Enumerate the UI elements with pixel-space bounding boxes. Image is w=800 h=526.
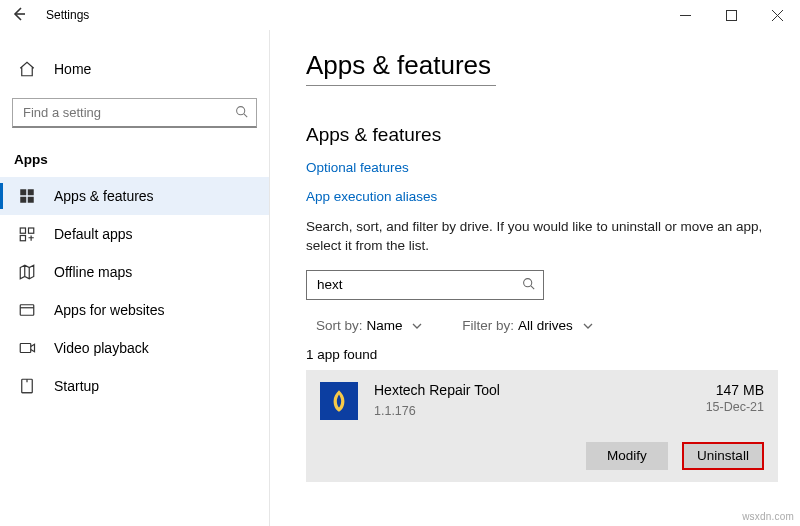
page-title: Apps & features — [306, 50, 778, 81]
sidebar-item-startup[interactable]: Startup — [0, 367, 269, 405]
window-title: Settings — [46, 8, 89, 22]
title-left: Settings — [10, 6, 89, 25]
search-icon — [235, 105, 248, 121]
app-count: 1 app found — [306, 347, 778, 362]
video-playback-icon — [18, 339, 36, 357]
apps-features-icon — [18, 187, 36, 205]
sidebar-item-label: Video playback — [54, 340, 149, 356]
find-setting-search[interactable] — [12, 98, 257, 128]
settings-window: Settings Home — [0, 0, 800, 526]
find-setting-input[interactable] — [21, 104, 235, 121]
body: Home Apps Apps & features Default app — [0, 30, 800, 526]
titlebar: Settings — [0, 0, 800, 30]
startup-icon — [18, 377, 36, 395]
app-card[interactable]: Hextech Repair Tool 1.1.176 147 MB 15-De… — [306, 370, 778, 482]
sidebar-item-default-apps[interactable]: Default apps — [0, 215, 269, 253]
sidebar-item-label: Apps & features — [54, 188, 154, 204]
sidebar-item-label: Startup — [54, 378, 99, 394]
optional-features-link[interactable]: Optional features — [306, 160, 778, 175]
svg-rect-4 — [20, 236, 25, 241]
app-search-box[interactable] — [306, 270, 544, 300]
maximize-button[interactable] — [708, 0, 754, 30]
back-button[interactable] — [10, 6, 28, 25]
app-name: Hextech Repair Tool — [374, 382, 706, 398]
app-actions: Modify Uninstall — [320, 442, 764, 470]
home-icon — [18, 60, 36, 78]
sidebar-item-video-playback[interactable]: Video playback — [0, 329, 269, 367]
sidebar-item-offline-maps[interactable]: Offline maps — [0, 253, 269, 291]
svg-rect-0 — [726, 10, 736, 20]
sidebar-item-label: Apps for websites — [54, 302, 165, 318]
sidebar-item-label: Offline maps — [54, 264, 132, 280]
svg-rect-3 — [29, 228, 34, 233]
minimize-button[interactable] — [662, 0, 708, 30]
app-execution-aliases-link[interactable]: App execution aliases — [306, 189, 778, 204]
sort-by[interactable]: Sort by:Name — [316, 318, 422, 333]
sidebar-item-apps-websites[interactable]: Apps for websites — [0, 291, 269, 329]
app-meta: 147 MB 15-Dec-21 — [706, 382, 764, 414]
section-title: Apps & features — [306, 124, 778, 146]
close-button[interactable] — [754, 0, 800, 30]
default-apps-icon — [18, 225, 36, 243]
apps-websites-icon — [18, 301, 36, 319]
watermark: wsxdn.com — [742, 511, 794, 522]
home-label: Home — [54, 61, 91, 77]
window-controls — [662, 0, 800, 30]
app-size: 147 MB — [706, 382, 764, 398]
svg-rect-5 — [20, 305, 34, 316]
sidebar-item-label: Default apps — [54, 226, 133, 242]
chevron-down-icon — [412, 318, 422, 333]
sidebar-item-apps-features[interactable]: Apps & features — [0, 177, 269, 215]
modify-button[interactable]: Modify — [586, 442, 668, 470]
app-search-input[interactable] — [315, 276, 522, 293]
svg-point-8 — [524, 278, 532, 286]
home-button[interactable]: Home — [0, 54, 269, 84]
sort-filter-row: Sort by:Name Filter by:All drives — [316, 318, 778, 333]
svg-point-1 — [237, 106, 245, 114]
title-underline — [306, 85, 496, 86]
app-version: 1.1.176 — [374, 404, 706, 418]
chevron-down-icon — [583, 318, 593, 333]
app-row: Hextech Repair Tool 1.1.176 147 MB 15-De… — [320, 382, 764, 420]
offline-maps-icon — [18, 263, 36, 281]
svg-rect-6 — [20, 344, 31, 353]
app-info: Hextech Repair Tool 1.1.176 — [374, 382, 706, 418]
sidebar-section: Apps — [0, 146, 269, 177]
sidebar: Home Apps Apps & features Default app — [0, 30, 270, 526]
app-date: 15-Dec-21 — [706, 400, 764, 414]
app-icon — [320, 382, 358, 420]
main-content: Apps & features Apps & features Optional… — [270, 30, 800, 526]
apps-description: Search, sort, and filter by drive. If yo… — [306, 218, 778, 256]
filter-by[interactable]: Filter by:All drives — [462, 318, 592, 333]
search-icon — [522, 277, 535, 293]
svg-rect-2 — [20, 228, 25, 233]
uninstall-button[interactable]: Uninstall — [682, 442, 764, 470]
